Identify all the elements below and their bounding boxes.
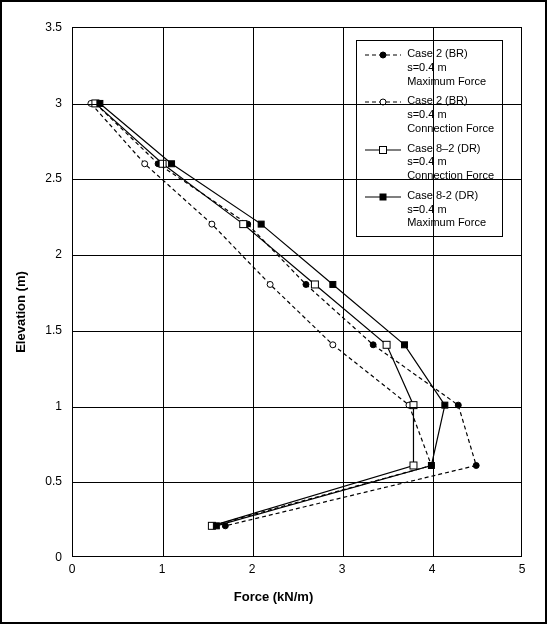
chart-container: Case 2 (BR)s=0.4 mMaximum ForceCase 2 (B… xyxy=(0,0,547,624)
svg-point-3 xyxy=(303,281,309,287)
data-marker xyxy=(410,462,417,469)
legend-label: Case 2 (BR)s=0.4 mMaximum Force xyxy=(407,47,486,88)
legend-swatch xyxy=(365,144,401,156)
legend-swatch xyxy=(365,49,401,61)
data-marker xyxy=(142,161,148,167)
svg-rect-28 xyxy=(402,342,408,348)
gridline-v xyxy=(163,28,164,556)
data-marker xyxy=(311,281,318,288)
data-marker xyxy=(330,342,336,348)
legend-entry: Case 2 (BR)s=0.4 mMaximum Force xyxy=(365,47,494,88)
legend-entry: Case 8–2 (DR)s=0.4 mConnection Force xyxy=(365,142,494,183)
svg-rect-26 xyxy=(258,221,264,227)
gridline-h xyxy=(73,482,521,483)
data-marker xyxy=(370,342,376,348)
data-marker xyxy=(209,221,215,227)
gridline-h xyxy=(73,407,521,408)
legend-entry: Case 8-2 (DR)s=0.4 mMaximum Force xyxy=(365,189,494,230)
svg-rect-25 xyxy=(169,161,175,167)
legend-swatch xyxy=(365,96,401,108)
legend-label: Case 2 (BR)s=0.4 mConnection Force xyxy=(407,94,494,135)
data-marker xyxy=(240,221,247,228)
data-marker xyxy=(258,221,264,227)
svg-rect-27 xyxy=(330,281,336,287)
y-axis-label: Elevation (m) xyxy=(13,271,28,353)
svg-rect-18 xyxy=(240,221,247,228)
gridline-v xyxy=(433,28,434,556)
x-tick-label: 2 xyxy=(249,562,256,576)
y-tick-label: 1.5 xyxy=(32,323,62,337)
gridline-h xyxy=(73,255,521,256)
plot-area: Case 2 (BR)s=0.4 mMaximum ForceCase 2 (B… xyxy=(72,27,522,557)
data-marker xyxy=(267,281,273,287)
gridline-v xyxy=(253,28,254,556)
svg-point-10 xyxy=(209,221,215,227)
x-tick-label: 1 xyxy=(159,562,166,576)
y-tick-label: 2 xyxy=(32,247,62,261)
svg-point-11 xyxy=(267,281,273,287)
legend-swatch xyxy=(365,191,401,203)
y-tick-label: 0.5 xyxy=(32,474,62,488)
data-marker xyxy=(303,281,309,287)
gridline-v xyxy=(343,28,344,556)
legend-label: Case 8–2 (DR)s=0.4 mConnection Force xyxy=(407,142,494,183)
svg-point-33 xyxy=(380,52,386,58)
svg-rect-39 xyxy=(380,194,386,200)
data-marker xyxy=(410,402,417,409)
y-tick-label: 3.5 xyxy=(32,20,62,34)
svg-point-12 xyxy=(330,342,336,348)
legend-entry: Case 2 (BR)s=0.4 mConnection Force xyxy=(365,94,494,135)
y-tick-label: 2.5 xyxy=(32,171,62,185)
svg-rect-20 xyxy=(383,341,390,348)
svg-rect-31 xyxy=(213,523,219,529)
x-axis-label: Force (kN/m) xyxy=(234,589,313,604)
x-tick-label: 5 xyxy=(519,562,526,576)
x-tick-label: 0 xyxy=(69,562,76,576)
x-tick-label: 3 xyxy=(339,562,346,576)
y-tick-label: 0 xyxy=(32,550,62,564)
svg-rect-22 xyxy=(410,462,417,469)
y-tick-label: 3 xyxy=(32,96,62,110)
svg-point-9 xyxy=(142,161,148,167)
data-marker xyxy=(213,523,219,529)
svg-rect-19 xyxy=(311,281,318,288)
gridline-h xyxy=(73,104,521,105)
legend-label: Case 8-2 (DR)s=0.4 mMaximum Force xyxy=(407,189,486,230)
data-marker xyxy=(402,342,408,348)
data-marker xyxy=(383,341,390,348)
svg-rect-37 xyxy=(380,146,387,153)
y-tick-label: 1 xyxy=(32,399,62,413)
legend: Case 2 (BR)s=0.4 mMaximum ForceCase 2 (B… xyxy=(356,40,503,237)
x-tick-label: 4 xyxy=(429,562,436,576)
svg-point-4 xyxy=(370,342,376,348)
gridline-h xyxy=(73,179,521,180)
data-marker xyxy=(330,281,336,287)
data-marker xyxy=(473,462,479,468)
data-marker xyxy=(169,161,175,167)
svg-rect-21 xyxy=(410,402,417,409)
gridline-h xyxy=(73,331,521,332)
svg-point-6 xyxy=(473,462,479,468)
